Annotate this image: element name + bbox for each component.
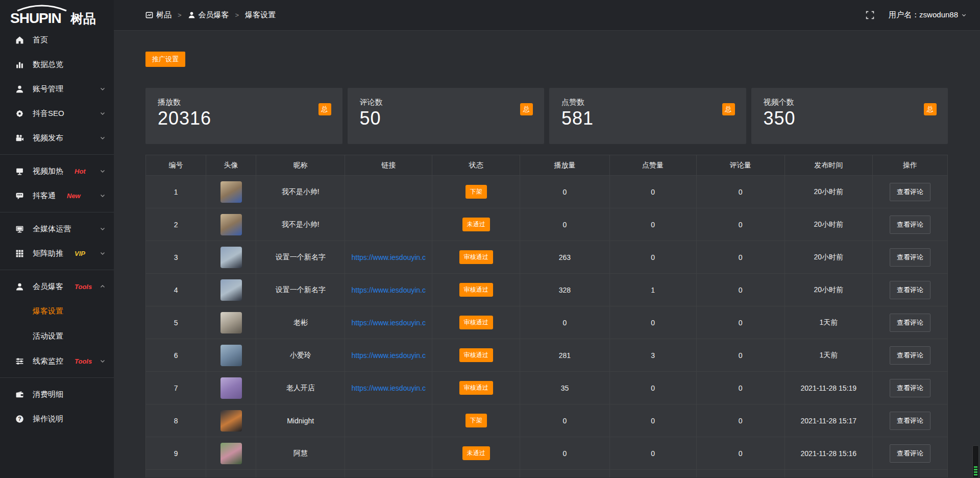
status-badge[interactable]: 下架: [465, 414, 487, 427]
status-badge[interactable]: 审核通过: [459, 283, 493, 297]
overlay-widget-bar: [974, 469, 977, 470]
sidebar-submenu: 爆客设置 活动设置: [0, 299, 114, 349]
breadcrumb-item-shupin[interactable]: 树品: [145, 10, 172, 20]
hot-badge: Hot: [75, 168, 86, 175]
link-cell: https://www.iesdouyin.c: [345, 274, 432, 306]
chevron-down-icon: [100, 110, 106, 116]
sidebar-subitem-activity-settings[interactable]: 活动设置: [0, 324, 114, 349]
sidebar-item-video-heat[interactable]: 视频加热 Hot: [0, 159, 114, 183]
view-comments-button[interactable]: 查看评论: [890, 216, 930, 234]
avatar: [220, 214, 242, 235]
view-comments-button[interactable]: 查看评论: [890, 281, 930, 299]
likes-cell: 0: [609, 404, 696, 437]
comments-cell: 0: [696, 306, 785, 339]
chat-bubble-icon: [14, 192, 24, 200]
user-menu[interactable]: 用户名：zswodun88: [889, 10, 967, 20]
status-badge[interactable]: 未通过: [462, 446, 490, 460]
row-number-cell: 2: [146, 208, 206, 241]
col-header-status: 状态: [432, 155, 520, 176]
total-badge: 总: [318, 103, 331, 115]
sidebar-item-label: 数据总览: [33, 60, 63, 69]
breadcrumb: 树品 > 会员爆客 > 爆客设置: [145, 10, 276, 20]
sliders-icon: [14, 357, 24, 366]
table-row: 7老人开店https://www.iesdouyin.c审核通过35002021…: [146, 372, 948, 404]
likes-cell: 1: [609, 274, 696, 306]
view-comments-button[interactable]: 查看评论: [890, 412, 930, 430]
row-number-cell: 1: [146, 176, 206, 208]
col-header-number: 编号: [146, 155, 206, 176]
sidebar-item-video-publish[interactable]: 视频发布: [0, 126, 114, 150]
likes-cell: 0: [609, 208, 696, 241]
sidebar-item-member-baoke[interactable]: 会员爆客 Tools: [0, 274, 114, 299]
sidebar-item-data-overview[interactable]: 数据总览: [0, 52, 114, 77]
status-cell: 下架: [432, 404, 520, 437]
breadcrumb-item-member-baoke[interactable]: 会员爆客: [188, 10, 229, 20]
chevron-down-icon: [100, 193, 106, 199]
link-cell: [345, 404, 432, 437]
stat-value: 20316: [158, 108, 330, 129]
empty-cell: [256, 470, 345, 477]
sidebar-item-expense-detail[interactable]: 消费明细: [0, 382, 114, 407]
fullscreen-icon[interactable]: [866, 11, 874, 19]
sidebar-divider: [0, 154, 114, 155]
tools-badge: Tools: [75, 283, 92, 291]
view-comments-button[interactable]: 查看评论: [890, 379, 930, 397]
tools-badge: Tools: [75, 357, 92, 365]
col-header-link: 链接: [345, 155, 432, 176]
sidebar-item-all-media[interactable]: 全媒体运营: [0, 217, 114, 241]
video-link[interactable]: https://www.iesdouyin.c: [352, 319, 426, 327]
sidebar-item-douyin-seo[interactable]: 抖音SEO: [0, 101, 114, 126]
publish-time-cell: 1天前: [785, 306, 872, 339]
plays-cell: 281: [520, 339, 609, 372]
status-badge[interactable]: 审核通过: [459, 381, 493, 395]
avatar-cell: [206, 176, 256, 208]
empty-cell: [609, 470, 696, 477]
view-comments-button[interactable]: 查看评论: [890, 248, 930, 267]
status-badge[interactable]: 审核通过: [459, 348, 493, 362]
status-badge[interactable]: 审核通过: [459, 250, 493, 264]
sidebar-item-matrix-boost[interactable]: 矩阵助推 VIP: [0, 241, 114, 266]
promo-settings-button[interactable]: 推广设置: [145, 52, 185, 67]
publish-time-cell: 2021-11-28 15:17: [785, 404, 872, 437]
sidebar-subitem-baoke-settings[interactable]: 爆客设置: [0, 299, 114, 324]
empty-cell: [146, 470, 206, 477]
chevron-up-icon: [100, 283, 106, 290]
publish-time-cell: 20小时前: [785, 241, 872, 274]
publish-time-cell: 2021-11-28 15:19: [785, 372, 872, 404]
sidebar-item-account[interactable]: 账号管理: [0, 77, 114, 101]
table-row-partial: [146, 470, 948, 477]
avatar-cell: [206, 208, 256, 241]
status-badge[interactable]: 未通过: [462, 218, 490, 231]
action-cell: 查看评论: [872, 274, 947, 306]
video-link[interactable]: https://www.iesdouyin.c: [352, 253, 426, 261]
sidebar-item-home[interactable]: 首页: [0, 28, 114, 52]
publish-time-cell: 2021-11-28 15:16: [785, 437, 872, 470]
video-link[interactable]: https://www.iesdouyin.c: [352, 384, 426, 392]
status-badge[interactable]: 审核通过: [459, 316, 493, 329]
avatar: [220, 312, 242, 333]
monitor-icon: [14, 225, 24, 233]
sidebar-item-douketong[interactable]: 抖客通 New: [0, 183, 114, 208]
action-cell: 查看评论: [872, 404, 947, 437]
video-link[interactable]: https://www.iesdouyin.c: [352, 286, 426, 294]
action-cell: 查看评论: [872, 208, 947, 241]
avatar: [220, 345, 242, 366]
video-link[interactable]: https://www.iesdouyin.c: [352, 351, 426, 360]
videos-table: 编号 头像 昵称 链接 状态 播放量 点赞量 评论量 发布时间 操作 1我不是小…: [145, 155, 948, 477]
sidebar-item-instructions[interactable]: ? 操作说明: [0, 407, 114, 431]
action-cell: 查看评论: [872, 241, 947, 274]
view-comments-button[interactable]: 查看评论: [890, 183, 930, 201]
view-comments-button[interactable]: 查看评论: [890, 346, 930, 365]
overlay-widget[interactable]: [972, 445, 979, 478]
col-header-publish-time: 发布时间: [785, 155, 872, 176]
view-comments-button[interactable]: 查看评论: [890, 314, 930, 332]
user-icon: [14, 282, 24, 291]
vip-badge: VIP: [75, 250, 85, 257]
breadcrumb-label: 会员爆客: [199, 10, 229, 20]
view-comments-button[interactable]: 查看评论: [890, 444, 930, 463]
avatar: [220, 181, 242, 203]
status-badge[interactable]: 下架: [465, 185, 487, 199]
sidebar-item-lead-monitor[interactable]: 线索监控 Tools: [0, 349, 114, 373]
sidebar-item-label: 抖音SEO: [33, 109, 64, 118]
chevron-down-icon: [100, 135, 106, 141]
